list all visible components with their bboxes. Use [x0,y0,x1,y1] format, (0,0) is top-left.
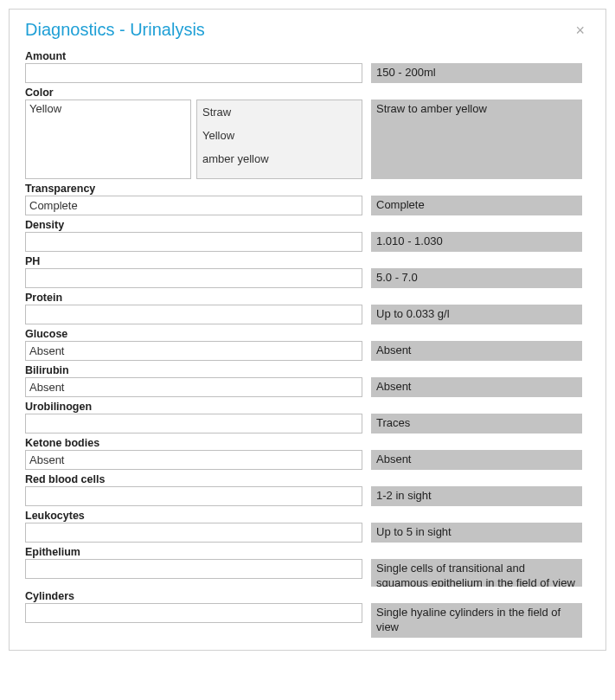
ref-urobilinogen: Traces [371,414,582,433]
input-ketone[interactable] [25,450,362,470]
field-glucose: Glucose Absent [25,328,590,361]
input-ph[interactable] [25,268,362,288]
ref-bilirubin: Absent [371,377,582,397]
input-protein[interactable] [25,305,362,324]
ref-protein: Up to 0.033 g/l [371,305,582,324]
dialog-title: Diagnostics - Urinalysis [25,20,205,40]
input-color[interactable] [25,100,191,179]
ref-rbc: 1-2 in sight [371,486,582,506]
color-option[interactable]: Yellow [197,124,362,147]
input-leukocytes[interactable] [25,523,362,543]
field-transparency: Transparency Complete [25,183,590,215]
form: Amount 150 - 200ml Color Straw Yellow am… [10,45,605,638]
dialog-window: Diagnostics - Urinalysis × Amount 150 - … [9,9,606,651]
label-cylinders: Cylinders [25,590,590,602]
ref-leukocytes: Up to 5 in sight [371,523,582,543]
ref-cylinders: Single hyaline cylinders in the field of… [371,603,582,638]
field-cylinders: Cylinders Single hyaline cylinders in th… [25,590,590,638]
input-rbc[interactable] [25,486,362,506]
input-glucose[interactable] [25,341,362,361]
field-protein: Protein Up to 0.033 g/l [25,292,590,324]
ref-epithelium: Single cells of transitional and squamou… [371,559,582,587]
input-cylinders[interactable] [25,603,362,623]
input-urobilinogen[interactable] [25,414,362,433]
ref-glucose: Absent [371,341,582,361]
input-transparency[interactable] [25,196,362,215]
label-ph: PH [25,255,590,267]
field-bilirubin: Bilirubin Absent [25,364,590,397]
color-options[interactable]: Straw Yellow amber yellow [196,100,362,179]
ref-amount: 150 - 200ml [371,63,582,83]
label-leukocytes: Leukocytes [25,510,590,522]
input-epithelium[interactable] [25,559,362,579]
label-ketone: Ketone bodies [25,437,590,449]
label-bilirubin: Bilirubin [25,364,590,376]
label-glucose: Glucose [25,328,590,340]
label-urobilinogen: Urobilinogen [25,401,590,413]
field-color: Color Straw Yellow amber yellow Straw to… [25,87,590,179]
label-rbc: Red blood cells [25,473,590,485]
ref-ph: 5.0 - 7.0 [371,268,582,288]
field-urobilinogen: Urobilinogen Traces [25,401,590,433]
input-amount[interactable] [25,63,362,83]
ref-density: 1.010 - 1.030 [371,232,582,252]
label-protein: Protein [25,292,590,304]
field-epithelium: Epithelium Single cells of transitional … [25,546,590,587]
field-ph: PH 5.0 - 7.0 [25,255,590,288]
label-transparency: Transparency [25,183,590,195]
label-amount: Amount [25,50,590,62]
field-leukocytes: Leukocytes Up to 5 in sight [25,510,590,543]
field-density: Density 1.010 - 1.030 [25,219,590,252]
ref-transparency: Complete [371,196,582,215]
close-icon[interactable]: × [570,21,590,40]
label-density: Density [25,219,590,231]
field-amount: Amount 150 - 200ml [25,50,590,83]
ref-ketone: Absent [371,450,582,470]
color-option[interactable]: amber yellow [197,147,362,170]
input-bilirubin[interactable] [25,377,362,397]
label-epithelium: Epithelium [25,546,590,558]
titlebar: Diagnostics - Urinalysis × [10,10,605,45]
input-density[interactable] [25,232,362,252]
ref-color: Straw to amber yellow [371,100,582,179]
field-rbc: Red blood cells 1-2 in sight [25,473,590,506]
label-color: Color [25,87,590,99]
field-ketone: Ketone bodies Absent [25,437,590,470]
color-option[interactable]: Straw [197,100,362,124]
